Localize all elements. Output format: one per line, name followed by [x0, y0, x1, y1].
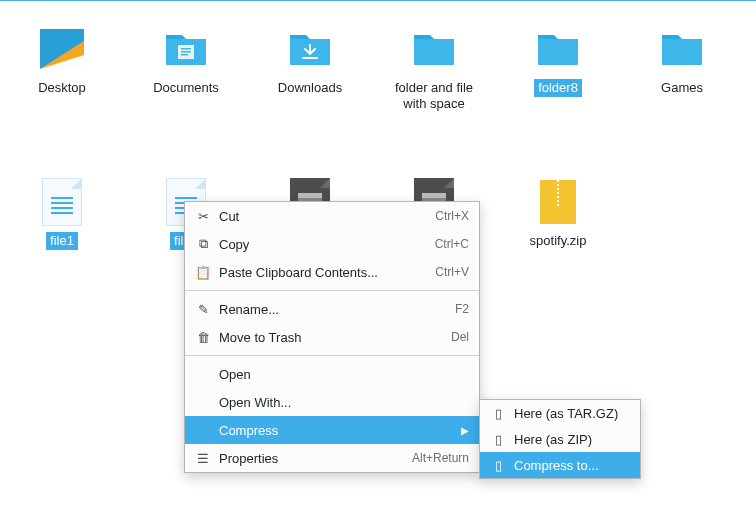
menu-shortcut: Alt+Return — [412, 451, 469, 465]
folder-documents-icon — [162, 25, 210, 73]
menu-properties[interactable]: ☰ Properties Alt+Return — [185, 444, 479, 472]
folder-downloads-icon — [286, 25, 334, 73]
context-menu: ✂ Cut Ctrl+X ⧉ Copy Ctrl+C 📋 Paste Clipb… — [184, 201, 480, 473]
item-label: folder and file with space — [379, 79, 489, 114]
menu-label: Open With... — [213, 395, 469, 410]
submenu-compress-to[interactable]: ▯ Compress to... — [480, 452, 640, 478]
item-folder8[interactable]: folder8 — [496, 25, 620, 114]
item-label: Games — [657, 79, 707, 97]
file-manager-viewport[interactable]: Desktop Documents Downloads folder and f… — [0, 1, 756, 250]
menu-label: Compress to... — [508, 458, 630, 473]
text-file-icon — [38, 178, 86, 226]
menu-label: Properties — [213, 451, 412, 466]
menu-shortcut: Ctrl+V — [435, 265, 469, 279]
folder-icon — [410, 25, 458, 73]
item-games[interactable]: Games — [620, 25, 744, 114]
icon-row-1: Desktop Documents Downloads folder and f… — [0, 25, 756, 114]
item-documents[interactable]: Documents — [124, 25, 248, 114]
submenu-here-targz[interactable]: ▯ Here (as TAR.GZ) — [480, 400, 640, 426]
submenu-here-zip[interactable]: ▯ Here (as ZIP) — [480, 426, 640, 452]
item-label: folder8 — [534, 79, 582, 97]
svg-rect-9 — [414, 39, 454, 65]
menu-open-with[interactable]: Open With... — [185, 388, 479, 416]
item-folder-with-space[interactable]: folder and file with space — [372, 25, 496, 114]
item-label: Documents — [149, 79, 223, 97]
folder-icon — [658, 25, 706, 73]
menu-label: Paste Clipboard Contents... — [213, 265, 435, 280]
menu-separator — [185, 355, 479, 356]
svg-rect-6 — [181, 51, 191, 53]
trash-icon: 🗑 — [193, 330, 213, 345]
menu-trash[interactable]: 🗑 Move to Trash Del — [185, 323, 479, 351]
menu-label: Cut — [213, 209, 435, 224]
menu-shortcut: F2 — [455, 302, 469, 316]
paste-icon: 📋 — [193, 265, 213, 280]
archive-icon — [534, 178, 582, 226]
archive-icon: ▯ — [488, 458, 508, 473]
menu-label: Compress — [213, 423, 461, 438]
compress-submenu: ▯ Here (as TAR.GZ) ▯ Here (as ZIP) ▯ Com… — [479, 399, 641, 479]
menu-label: Rename... — [213, 302, 455, 317]
menu-label: Move to Trash — [213, 330, 451, 345]
item-label: file1 — [46, 232, 78, 250]
cut-icon: ✂ — [193, 209, 213, 224]
item-label: Downloads — [274, 79, 346, 97]
item-file1[interactable]: file1 — [0, 178, 124, 250]
svg-rect-11 — [662, 39, 702, 65]
menu-copy[interactable]: ⧉ Copy Ctrl+C — [185, 230, 479, 258]
menu-open[interactable]: Open — [185, 360, 479, 388]
folder-icon — [534, 25, 582, 73]
archive-icon: ▯ — [488, 432, 508, 447]
rename-icon: ✎ — [193, 302, 213, 317]
menu-rename[interactable]: ✎ Rename... F2 — [185, 295, 479, 323]
copy-icon: ⧉ — [193, 236, 213, 252]
item-label: spotify.zip — [526, 232, 591, 250]
menu-shortcut: Del — [451, 330, 469, 344]
item-desktop[interactable]: Desktop — [0, 25, 124, 114]
svg-rect-10 — [538, 39, 578, 65]
desktop-icon — [38, 25, 86, 73]
menu-separator — [185, 290, 479, 291]
menu-label: Open — [213, 367, 469, 382]
item-downloads[interactable]: Downloads — [248, 25, 372, 114]
menu-shortcut: Ctrl+C — [435, 237, 469, 251]
menu-label: Here (as ZIP) — [508, 432, 630, 447]
archive-icon: ▯ — [488, 406, 508, 421]
chevron-right-icon: ▶ — [461, 425, 469, 436]
menu-label: Copy — [213, 237, 435, 252]
menu-label: Here (as TAR.GZ) — [508, 406, 630, 421]
menu-shortcut: Ctrl+X — [435, 209, 469, 223]
svg-rect-5 — [181, 48, 191, 50]
svg-rect-7 — [181, 54, 188, 56]
menu-paste[interactable]: 📋 Paste Clipboard Contents... Ctrl+V — [185, 258, 479, 286]
properties-icon: ☰ — [193, 451, 213, 466]
item-label: Desktop — [34, 79, 90, 97]
menu-compress[interactable]: Compress ▶ — [185, 416, 479, 444]
menu-cut[interactable]: ✂ Cut Ctrl+X — [185, 202, 479, 230]
item-spotify-zip[interactable]: spotify.zip — [496, 178, 620, 250]
